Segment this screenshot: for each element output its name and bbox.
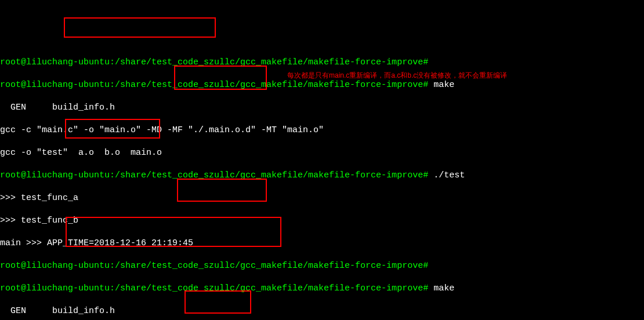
prompt-user: root@liluchang-ubuntu [0, 80, 110, 90]
prompt-line: root@liluchang-ubuntu:/share/test_code_s… [0, 57, 644, 68]
prompt-user: root@liluchang-ubuntu [0, 57, 110, 67]
output-app-time: main >>> APP_TIME=2018-12-16 21:19:45 [0, 238, 644, 249]
make-command: make [433, 283, 454, 293]
prompt-user: root@liluchang-ubuntu [0, 170, 110, 180]
output-gen: GEN build_info.h [0, 306, 644, 317]
prompt-path: /share/test_code_szullc/gcc_makefile/mak… [115, 261, 423, 271]
prompt-symbol: # [423, 170, 428, 180]
prompt-line: root@liluchang-ubuntu:/share/test_code_s… [0, 170, 644, 181]
prompt-symbol: # [423, 57, 428, 67]
prompt-line: root@liluchang-ubuntu:/share/test_code_s… [0, 283, 644, 294]
output-test-func-a: >>> test_func_a [0, 192, 644, 204]
prompt-path: /share/test_code_szullc/gcc_makefile/mak… [115, 57, 423, 67]
prompt-path: /share/test_code_szullc/gcc_makefile/mak… [115, 170, 423, 180]
prompt-user: root@liluchang-ubuntu [0, 283, 110, 293]
prompt-symbol: # [423, 261, 428, 271]
annotation-text: 每次都是只有main.c重新编译，而a.c和b.c没有被修改，就不会重新编译 [287, 70, 507, 82]
prompt-symbol: # [423, 283, 428, 293]
output-gcc-test: gcc -o "test" a.o b.o main.o [0, 147, 644, 159]
prompt-line: root@liluchang-ubuntu:/share/test_code_s… [0, 260, 644, 272]
output-gen: GEN build_info.h [0, 102, 644, 114]
highlight-box-1 [64, 17, 216, 38]
prompt-user: root@liluchang-ubuntu [0, 261, 110, 271]
output-test-func-b: >>> test_func_b [0, 215, 644, 227]
output-gcc-main: gcc -c "main.c" -o "main.o" -MD -MF "./.… [0, 125, 644, 136]
test-command: ./test [433, 170, 465, 180]
prompt-path: /share/test_code_szullc/gcc_makefile/mak… [115, 283, 423, 293]
terminal-window[interactable]: root@liluchang-ubuntu:/share/test_code_s… [0, 45, 644, 320]
